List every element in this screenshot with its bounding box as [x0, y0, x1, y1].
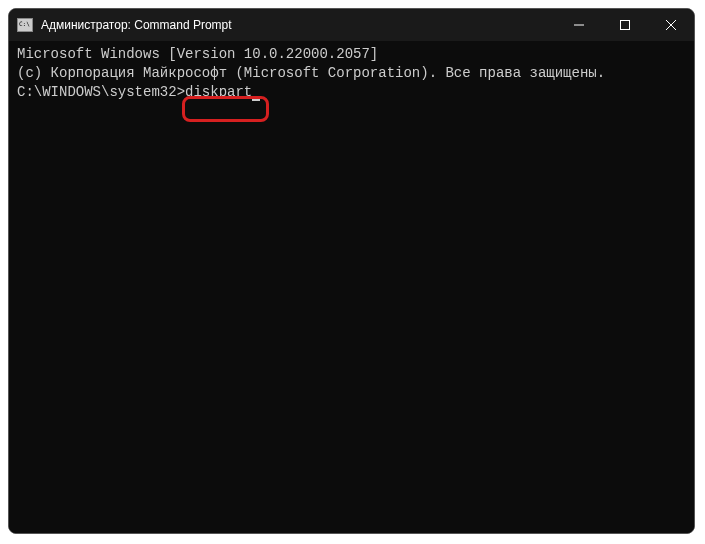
close-icon [666, 20, 676, 30]
terminal-area[interactable]: Microsoft Windows [Version 10.0.22000.20… [9, 41, 694, 533]
minimize-icon [574, 20, 584, 30]
command-prompt-window: Администратор: Command Prompt Microsoft … [8, 8, 695, 534]
window-title: Администратор: Command Prompt [41, 18, 556, 32]
maximize-icon [620, 20, 630, 30]
minimize-button[interactable] [556, 9, 602, 41]
cursor [252, 99, 260, 101]
prompt-text: C:\WINDOWS\system32> [17, 84, 185, 100]
version-line: Microsoft Windows [Version 10.0.22000.20… [17, 45, 686, 64]
copyright-line: (c) Корпорация Майкрософт (Microsoft Cor… [17, 64, 686, 83]
command-text: diskpart [185, 84, 252, 100]
window-controls [556, 9, 694, 41]
svg-rect-1 [621, 21, 630, 30]
titlebar[interactable]: Администратор: Command Prompt [9, 9, 694, 41]
close-button[interactable] [648, 9, 694, 41]
cmd-icon [17, 18, 33, 32]
prompt-line: C:\WINDOWS\system32>diskpart [17, 83, 686, 102]
maximize-button[interactable] [602, 9, 648, 41]
